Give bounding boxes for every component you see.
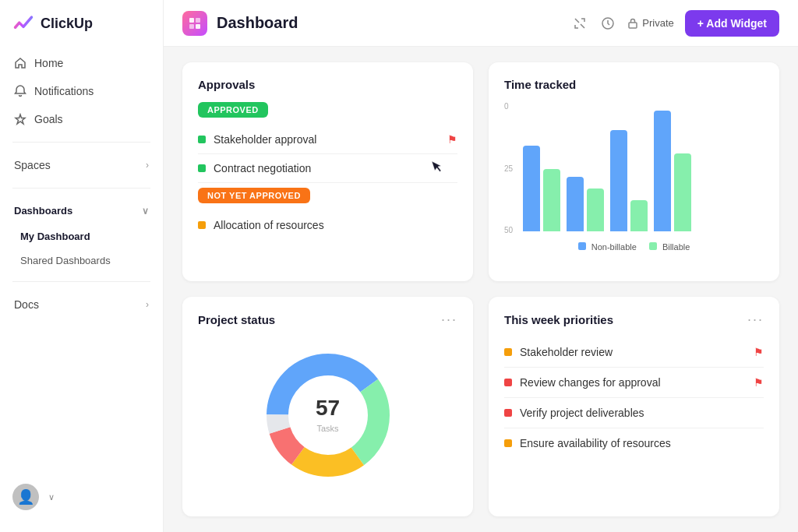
priorities-header: This week priorities ···	[504, 312, 764, 326]
logo-container[interactable]: ClickUp	[0, 12, 163, 50]
priority-label-4: Ensure availability of resources	[520, 437, 671, 449]
bar-group-1	[523, 146, 560, 231]
bar-green-2	[587, 188, 604, 231]
logo-text: ClickUp	[41, 16, 93, 32]
priority-dot-yellow-1	[504, 348, 512, 356]
y-label-mid: 25	[504, 164, 520, 173]
chevron-right-docs-icon: ›	[146, 299, 149, 310]
svg-rect-4	[196, 24, 200, 29]
svg-rect-1	[189, 18, 194, 23]
approvals-title: Approvals	[198, 78, 457, 91]
legend-non-billable: Non-billable	[578, 242, 637, 252]
not-approved-badge: NOT YET APPROVED	[198, 188, 310, 203]
bar-group-4	[654, 111, 691, 231]
priority-item-3[interactable]: Verify project deliverables	[504, 398, 764, 428]
dashboard-grid: Approvals APPROVED Stakeholder approval …	[164, 47, 798, 532]
spaces-label: Spaces	[14, 159, 51, 171]
priority-item-4[interactable]: Ensure availability of resources	[504, 428, 764, 458]
approvals-widget: Approvals APPROVED Stakeholder approval …	[182, 62, 473, 281]
bar-blue-3	[610, 130, 627, 231]
bell-icon	[14, 85, 26, 97]
priorities-widget: This week priorities ··· Stakeholder rev…	[489, 297, 779, 516]
topbar: Dashboard Private + Add Widget	[164, 0, 798, 47]
legend-billable: Billable	[649, 242, 690, 252]
avatar: 👤	[12, 484, 39, 510]
donut-chart-wrapper: 57 Tasks	[198, 337, 457, 493]
add-widget-button[interactable]: + Add Widget	[685, 10, 779, 37]
user-avatar-section[interactable]: 👤 ∨	[0, 474, 163, 520]
flag-icon-1: ⚑	[447, 133, 457, 146]
bar-group-2	[567, 177, 604, 231]
y-axis-labels: 50 25 0	[504, 102, 520, 234]
sidebar-item-my-dashboard[interactable]: My Dashboard	[6, 225, 157, 248]
priority-label-2: Review changes for approval	[520, 376, 661, 389]
notifications-label: Notifications	[34, 85, 94, 97]
time-tracked-title: Time tracked	[504, 78, 764, 91]
project-status-more-button[interactable]: ···	[441, 312, 457, 326]
priority-flag-2: ⚑	[754, 376, 764, 389]
dashboard-icon	[182, 11, 207, 36]
sidebar-item-dashboards[interactable]: Dashboards ∨	[6, 198, 157, 224]
y-label-top: 50	[504, 226, 520, 234]
donut-chart: 57 Tasks	[258, 345, 398, 485]
approval-item-stakeholder[interactable]: Stakeholder approval ⚑	[198, 125, 457, 154]
project-status-widget: Project status ···	[182, 297, 473, 516]
expand-icon[interactable]	[571, 15, 588, 32]
priority-item-2[interactable]: Review changes for approval ⚑	[504, 368, 764, 398]
bar-green-3	[630, 200, 648, 231]
notification-topbar-icon[interactable]	[599, 15, 616, 32]
private-label: Private	[642, 17, 673, 29]
priority-dot-red-2	[504, 409, 512, 417]
sidebar-item-goals[interactable]: Goals	[6, 106, 157, 132]
svg-marker-0	[16, 115, 25, 124]
bar-chart	[523, 102, 764, 234]
contract-label: Contract negotiation	[214, 162, 311, 174]
approved-badge: APPROVED	[198, 102, 268, 118]
time-tracked-widget: Time tracked 50 25 0	[489, 62, 779, 281]
time-chart: 50 25 0	[504, 102, 764, 258]
sidebar-item-spaces[interactable]: Spaces ›	[6, 152, 157, 178]
nav-divider-1	[12, 142, 150, 143]
shared-dashboards-label: Shared Dashboards	[20, 255, 111, 266]
y-label-bot: 0	[504, 102, 520, 111]
legend-dot-blue	[578, 242, 586, 250]
sidebar-item-docs[interactable]: Docs ›	[6, 291, 157, 318]
target-icon	[14, 113, 26, 125]
sidebar-item-notifications[interactable]: Notifications	[6, 78, 157, 104]
donut-center: 57 Tasks	[316, 396, 340, 435]
dashboards-label: Dashboards	[14, 205, 72, 217]
yellow-dot-1	[198, 221, 206, 229]
svg-rect-2	[196, 18, 200, 23]
main-content: Dashboard Private + Add Widget	[164, 0, 798, 532]
nav-divider-2	[12, 188, 150, 188]
allocation-label: Allocation of resources	[214, 219, 324, 231]
avatar-chevron-icon: ∨	[48, 492, 55, 502]
approval-item-contract[interactable]: Contract negotiation	[198, 154, 457, 183]
approval-item-allocation[interactable]: Allocation of resources	[198, 211, 457, 239]
bar-blue-1	[523, 146, 540, 231]
bar-green-4	[674, 153, 691, 231]
svg-rect-3	[189, 24, 194, 29]
cursor-icon	[431, 160, 442, 176]
priority-item-1[interactable]: Stakeholder review ⚑	[504, 337, 764, 368]
my-dashboard-label: My Dashboard	[20, 231, 90, 242]
private-badge[interactable]: Private	[627, 17, 673, 29]
priority-dot-red-1	[504, 379, 512, 386]
clickup-logo-icon	[12, 12, 34, 34]
green-dot-1	[198, 136, 206, 143]
tasks-count: 57	[316, 396, 340, 421]
priority-flag-1: ⚑	[754, 346, 764, 358]
home-icon	[14, 57, 26, 69]
priority-label-3: Verify project deliverables	[520, 407, 644, 419]
priority-label-1: Stakeholder review	[520, 346, 613, 358]
sidebar: ClickUp Home Notifications Goals Spaces …	[0, 0, 164, 532]
bar-blue-2	[567, 177, 584, 231]
page-title: Dashboard	[217, 14, 562, 32]
tasks-label: Tasks	[316, 424, 338, 433]
priorities-more-button[interactable]: ···	[747, 312, 764, 326]
svg-rect-6	[629, 23, 637, 28]
green-dot-2	[198, 164, 206, 172]
sidebar-item-shared-dashboards[interactable]: Shared Dashboards	[6, 249, 157, 272]
sidebar-item-home[interactable]: Home	[6, 50, 157, 76]
nav-list: Home Notifications Goals Spaces › Dashbo…	[0, 50, 163, 318]
